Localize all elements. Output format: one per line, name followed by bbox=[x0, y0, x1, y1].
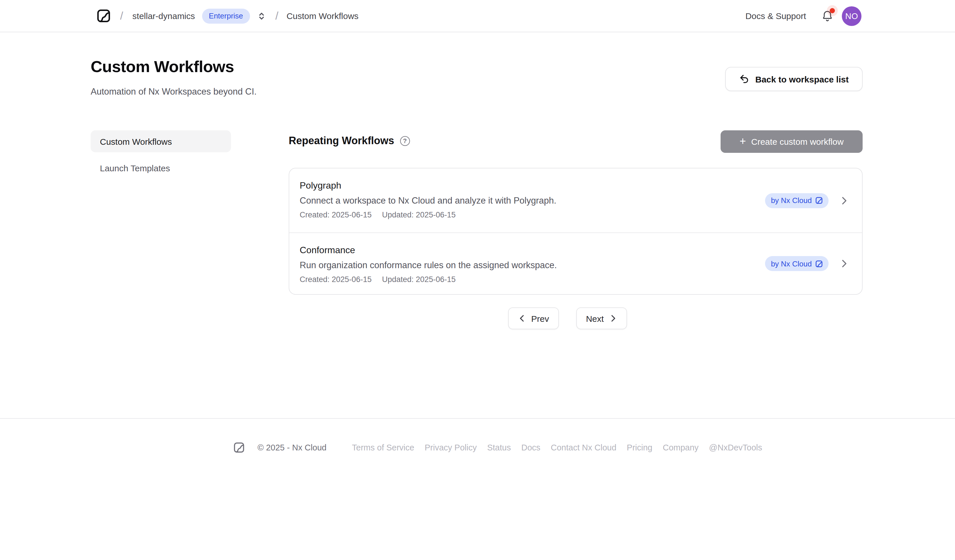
updated-date: Updated: 2025-06-15 bbox=[382, 274, 456, 285]
prev-label: Prev bbox=[531, 314, 549, 323]
workflow-description: Connect a workspace to Nx Cloud and anal… bbox=[300, 194, 712, 207]
workflow-row-conformance[interactable]: Conformance Run organization conformance… bbox=[289, 232, 862, 294]
section-title: Repeating Workflows bbox=[289, 133, 394, 149]
undo-arrow-icon bbox=[739, 74, 750, 84]
workflow-info: Polygraph Connect a workspace to Nx Clou… bbox=[300, 179, 712, 221]
by-nx-cloud-badge[interactable]: by Nx Cloud bbox=[765, 193, 828, 208]
help-question-mark-icon[interactable]: ? bbox=[400, 136, 410, 146]
back-to-workspace-list-button[interactable]: Back to workspace list bbox=[725, 67, 863, 91]
breadcrumb-separator: / bbox=[276, 9, 279, 22]
breadcrumb: / stellar-dynamics Enterprise / Custom W… bbox=[96, 0, 359, 32]
prev-page-button[interactable]: Prev bbox=[508, 307, 559, 329]
chevron-right-icon bbox=[839, 196, 849, 205]
footer-link-privacy[interactable]: Privacy Policy bbox=[425, 443, 477, 452]
notifications-button[interactable] bbox=[821, 9, 834, 22]
create-button-label: Create custom workflow bbox=[751, 137, 844, 147]
created-date: Created: 2025-06-15 bbox=[300, 274, 371, 285]
workflow-list: Polygraph Connect a workspace to Nx Clou… bbox=[289, 168, 863, 295]
footer-divider bbox=[0, 418, 955, 419]
footer: © 2025 - Nx Cloud Terms of Service Priva… bbox=[233, 442, 762, 453]
nx-cloud-logo-icon[interactable] bbox=[96, 9, 111, 23]
pagination: Prev Next bbox=[508, 307, 627, 329]
nx-cloud-mini-logo-icon bbox=[815, 260, 823, 267]
breadcrumb-current-page[interactable]: Custom Workflows bbox=[286, 11, 359, 21]
chevron-left-icon bbox=[518, 314, 526, 322]
created-date: Created: 2025-06-15 bbox=[300, 209, 371, 221]
nx-cloud-mini-logo-icon bbox=[815, 197, 823, 204]
workspace-switcher-chevron-up-down-icon[interactable] bbox=[257, 11, 266, 20]
workflow-info: Conformance Run organization conformance… bbox=[300, 244, 712, 285]
workflow-title: Conformance bbox=[300, 244, 712, 257]
avatar[interactable]: NO bbox=[842, 6, 861, 26]
page-title: Custom Workflows bbox=[91, 58, 234, 76]
chevron-right-icon bbox=[609, 314, 617, 322]
footer-link-terms[interactable]: Terms of Service bbox=[352, 443, 414, 452]
by-nx-cloud-badge[interactable]: by Nx Cloud bbox=[765, 256, 828, 271]
settings-sidebar: Custom Workflows Launch Templates bbox=[91, 130, 231, 183]
workflow-row-actions: by Nx Cloud bbox=[765, 233, 849, 294]
sidebar-item-custom-workflows[interactable]: Custom Workflows bbox=[91, 130, 231, 152]
next-label: Next bbox=[586, 314, 604, 323]
plus-icon: + bbox=[740, 136, 746, 147]
page-subtitle: Automation of Nx Workspaces beyond CI. bbox=[91, 86, 257, 97]
breadcrumb-separator: / bbox=[120, 9, 123, 22]
workspace-name[interactable]: stellar-dynamics bbox=[133, 11, 195, 21]
section-header: Repeating Workflows ? bbox=[289, 133, 410, 149]
nx-cloud-logo-icon bbox=[233, 442, 245, 453]
workflow-row-polygraph[interactable]: Polygraph Connect a workspace to Nx Clou… bbox=[289, 168, 862, 232]
back-button-label: Back to workspace list bbox=[755, 74, 849, 84]
workflow-description: Run organization conformance rules on th… bbox=[300, 259, 712, 271]
workflow-title: Polygraph bbox=[300, 179, 712, 192]
footer-link-nxdevtools[interactable]: @NxDevTools bbox=[709, 443, 762, 452]
create-custom-workflow-button[interactable]: + Create custom workflow bbox=[720, 130, 863, 153]
workflow-row-actions: by Nx Cloud bbox=[765, 168, 849, 232]
plan-badge: Enterprise bbox=[202, 8, 250, 23]
footer-link-status[interactable]: Status bbox=[487, 443, 511, 452]
updated-date: Updated: 2025-06-15 bbox=[382, 209, 456, 221]
next-page-button[interactable]: Next bbox=[576, 307, 627, 329]
docs-support-link[interactable]: Docs & Support bbox=[745, 11, 806, 21]
copyright-text: © 2025 - Nx Cloud bbox=[258, 443, 327, 452]
top-navbar: / stellar-dynamics Enterprise / Custom W… bbox=[0, 0, 955, 32]
sidebar-item-launch-templates[interactable]: Launch Templates bbox=[91, 157, 231, 179]
footer-links: Terms of Service Privacy Policy Status D… bbox=[352, 443, 762, 452]
workflow-dates: Created: 2025-06-15 Updated: 2025-06-15 bbox=[300, 274, 712, 285]
chevron-right-icon bbox=[839, 259, 849, 268]
badge-label: by Nx Cloud bbox=[771, 259, 812, 268]
notification-dot bbox=[830, 8, 835, 13]
navbar-actions: Docs & Support NO bbox=[745, 0, 861, 32]
workflow-dates: Created: 2025-06-15 Updated: 2025-06-15 bbox=[300, 209, 712, 221]
footer-link-contact[interactable]: Contact Nx Cloud bbox=[551, 443, 616, 452]
badge-label: by Nx Cloud bbox=[771, 196, 812, 205]
footer-link-company[interactable]: Company bbox=[663, 443, 699, 452]
footer-link-docs[interactable]: Docs bbox=[521, 443, 540, 452]
footer-link-pricing[interactable]: Pricing bbox=[627, 443, 653, 452]
app: / stellar-dynamics Enterprise / Custom W… bbox=[0, 0, 955, 560]
